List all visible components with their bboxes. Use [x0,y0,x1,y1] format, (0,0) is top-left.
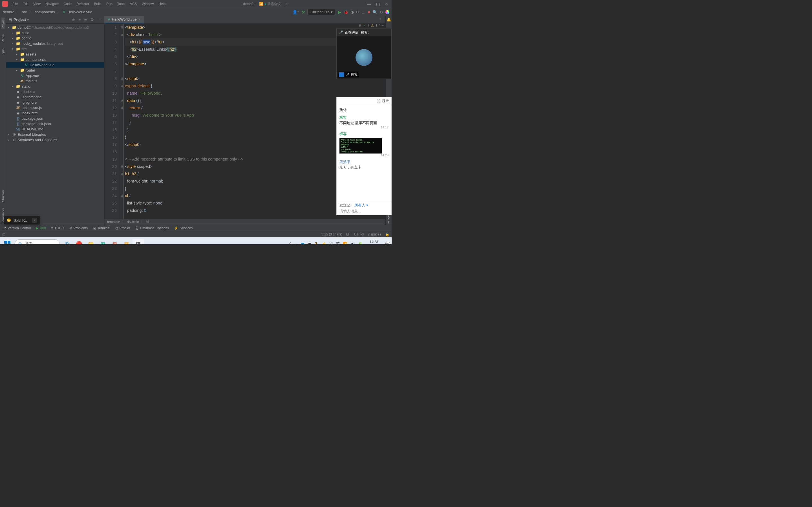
app-explorer[interactable]: 📁 [85,239,96,244]
tree-item[interactable]: VApp.vue [6,73,104,78]
tray-notifications-icon[interactable]: 💬 [385,242,390,244]
encoding[interactable]: UTF-8 [354,232,364,236]
hide-tool-icon[interactable]: — [96,17,102,22]
tray-rgb-icon[interactable]: ▦ [307,242,311,244]
tree-item[interactable]: ▸⊪External Libraries [6,132,104,137]
send-target-dropdown[interactable]: 所有人 ▾ [354,203,368,207]
tree-item[interactable]: JS.postcssrc.js [6,105,104,110]
expand-all-icon[interactable]: ≡ [78,17,82,22]
menu-tools[interactable]: Tools [115,1,128,7]
menu-view[interactable]: View [31,1,43,7]
hammer-icon[interactable]: ⚒ [301,10,305,14]
menu-file[interactable]: File [10,1,20,7]
tree-item[interactable]: ▾📁demo2 C:\Users\zed\Desktop\vuepro\demo… [6,25,104,30]
tree-item[interactable]: JSmain.js [6,78,104,83]
close-tab-icon[interactable]: × [139,17,140,21]
tree-item[interactable]: ◆.editorconfig [6,94,104,100]
redis-tool-tab[interactable]: Redis [1,33,5,43]
profiler-tab[interactable]: ◔ Profiler [115,226,130,230]
tree-item[interactable]: ▸📁assets [6,52,104,57]
tree-item[interactable]: ▸⊕Scratches and Consoles [6,137,104,143]
tray-qq-icon[interactable]: 🐧 [314,242,319,244]
run-config-dropdown[interactable]: Current File ▾ [307,9,336,15]
tray-flash-icon[interactable]: ⚡ [321,242,326,244]
npm-tool-tab[interactable]: npm [1,47,5,55]
code-with-me-icon[interactable] [386,10,389,14]
meeting-chat-panel[interactable]: ⛶ 聊天 跳转稀客不同地址 显示不同页面14:17稀客Project name … [336,97,392,215]
menu-code[interactable]: Code [61,1,74,7]
inspection-widget[interactable]: 🗎✓2⚠1^v [357,24,386,27]
project-tool-tab[interactable]: Project [1,17,5,29]
tree-item[interactable]: ▸📁build [6,30,104,36]
chat-popout-icon[interactable]: ⛶ [376,99,380,103]
tray-ime1[interactable]: 拼 [329,241,333,244]
tab-helloworld[interactable]: V HelloWorld.vue × [104,16,144,23]
select-opened-file-icon[interactable]: ⊕ [71,17,76,22]
menu-run[interactable]: Run [104,1,115,7]
menu-vcs[interactable]: VCS [128,1,139,7]
tree-item[interactable]: VHelloWorld.vue [6,62,104,68]
services-tab[interactable]: ⚡ Services [174,226,193,230]
readonly-lock-icon[interactable]: 🔒 [385,232,389,236]
run-button[interactable]: ▶ [338,10,341,14]
add-user-icon[interactable]: 👤⁺ [292,10,299,14]
menu-window[interactable]: Window [140,1,156,7]
menu-navigate[interactable]: Navigate [43,1,61,7]
tool-windows-icon[interactable]: ▢ [2,232,5,236]
menu-help[interactable]: Help [156,1,168,7]
maximize-button[interactable]: ▢ [376,2,380,6]
editor-breadcrumb[interactable]: template〉 div.hello〉 h1 [104,219,386,225]
taskbar-search[interactable]: 🔍 搜索 [15,239,60,244]
close-button[interactable]: ✕ [385,2,388,6]
line-separator[interactable]: LF [346,232,350,236]
coverage-button[interactable]: ◑ [350,10,354,14]
tray-clock[interactable]: 14:23 2022/11/18 [365,240,382,244]
tray-chevron-icon[interactable]: ^ [289,242,291,244]
terminal-tab[interactable]: ▣ Terminal [93,226,110,230]
minimize-button[interactable]: — [367,2,371,6]
run-tab[interactable]: ▶ Run [36,226,46,230]
tree-item[interactable]: ▸📁router [6,68,104,73]
debug-button[interactable]: 🐞 [343,10,348,14]
tray-ime2[interactable]: 英 [336,241,340,244]
collapse-widget-icon[interactable]: ‹ [32,218,37,223]
tray-volume-icon[interactable]: 🔊 [350,242,355,244]
tree-item[interactable]: ▸📁config [6,36,104,41]
problems-tab[interactable]: ⊘ Problems [69,226,88,230]
chat-input[interactable] [340,209,389,213]
tree-item[interactable]: M↓README.md [6,126,104,132]
profile-button[interactable]: ⟳ [356,10,359,14]
settings-icon[interactable]: ⚙ [379,10,383,14]
tabs-more-icon[interactable]: ⋮ [376,16,386,23]
project-view-dropdown[interactable]: Project [13,17,29,22]
db-changes-tab[interactable]: 🗄 Database Changes [135,226,169,230]
tray-onedrive-icon[interactable]: ☁ [294,242,298,244]
todo-tab[interactable]: ≡ TODO [51,226,64,230]
menu-edit[interactable]: Edit [20,1,31,7]
search-icon[interactable]: 🔍 [372,10,377,14]
tray-battery-icon[interactable]: 🔋 [358,242,363,244]
start-button[interactable] [2,239,13,244]
indent[interactable]: 2 spaces [368,232,381,236]
tree-item[interactable]: ◆.gitignore [6,100,104,105]
version-control-tab[interactable]: ⎇ Version Control [2,226,31,230]
tree-item[interactable]: ▸📁node_modules library root [6,41,104,46]
tray-wifi-icon[interactable]: 📶 [343,242,347,244]
attach-button[interactable]: … [362,10,366,14]
project-tree[interactable]: ▾📁demo2 C:\Users\zed\Desktop\vuepro\demo… [6,24,104,225]
structure-tool-tab[interactable]: Structure [1,188,5,203]
app-sublime[interactable]: ▦ [121,239,132,244]
tree-item[interactable]: ◆index.html [6,110,104,116]
tool-settings-icon[interactable]: ⚙ [90,17,95,22]
breadcrumb[interactable]: demo2 〉 src 〉 components 〉 V HelloWorld.… [2,10,93,15]
app-ppt[interactable]: ▦ [109,239,120,244]
collapse-all-icon[interactable]: ≣ [83,17,88,22]
tree-item[interactable]: ▾📁src [6,46,104,52]
app-webstorm[interactable]: ▦ [133,239,144,244]
tree-item[interactable]: ▸📁static [6,83,104,89]
meeting-floating-window[interactable]: 🎤 正在讲话: 稀客; 👤 🎤 稀客 [336,28,392,79]
notifications-icon[interactable]: 🔔 [387,17,391,22]
menu-refactor[interactable]: Refactor [74,1,91,7]
tree-item[interactable]: {}package.json [6,116,104,121]
tree-item[interactable]: ▾📁components [6,57,104,62]
